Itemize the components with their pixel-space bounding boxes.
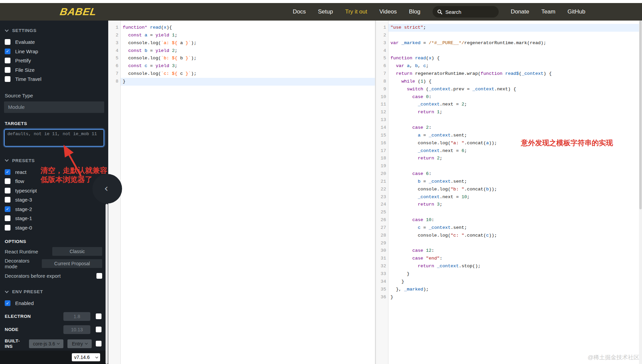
code-line-18[interactable]: return 2; — [388, 155, 639, 162]
code-line-6[interactable]: const c = yield 3; — [121, 62, 375, 70]
preset-checkbox-stage-0[interactable] — [5, 225, 10, 231]
code-line-10[interactable]: case 0: — [388, 93, 639, 101]
code-line-3[interactable]: console.log(`a: ${ a }`); — [121, 39, 375, 47]
code-line-34[interactable]: } — [388, 278, 639, 286]
nav-link-donate[interactable]: Donate — [511, 8, 529, 15]
setting-row-time-travel[interactable]: Time Travel — [4, 74, 104, 84]
nav-link-videos[interactable]: Videos — [379, 8, 397, 15]
setting-checkbox-line-wrap[interactable]: ✓ — [5, 49, 10, 54]
decorators-mode-select[interactable]: Current Proposal — [42, 259, 102, 268]
code-line-26[interactable]: case 10: — [388, 216, 639, 224]
code-line-13[interactable] — [388, 116, 639, 124]
setting-row-file-size[interactable]: File Size — [4, 65, 104, 75]
builtins-checkbox[interactable] — [96, 341, 101, 346]
search-input[interactable] — [445, 9, 489, 15]
nav-link-docs[interactable]: Docs — [293, 8, 306, 15]
nav-search[interactable] — [433, 6, 499, 18]
code-line-20[interactable]: case 6: — [388, 170, 639, 178]
setting-checkbox-time-travel[interactable] — [5, 76, 10, 82]
preset-row-stage-1[interactable]: stage-1 — [4, 214, 104, 223]
setting-row-prettify[interactable]: Prettify — [4, 56, 104, 65]
preset-checkbox-stage-2[interactable]: ✓ — [5, 206, 10, 212]
code-line-32[interactable]: return _context.stop(); — [388, 263, 639, 270]
nav-link-blog[interactable]: Blog — [409, 8, 420, 15]
node-row: NODE 10.13 — [4, 325, 104, 334]
code-line-7[interactable]: console.log(`c: ${ c }`); — [121, 70, 375, 78]
page-scrollbar[interactable] — [639, 21, 642, 364]
code-line-35[interactable]: }, _marked); — [388, 286, 639, 294]
code-line-5[interactable]: function read(x) { — [388, 55, 639, 62]
babel-version-select[interactable]: v7.14.6 — [72, 353, 100, 361]
nav-link-team[interactable]: Team — [542, 8, 556, 15]
code-line-28[interactable]: console.log("c: ".concat(c)); — [388, 232, 639, 240]
electron-version-input[interactable]: 1.8 — [63, 312, 90, 321]
code-line-36[interactable]: } — [388, 294, 639, 301]
preset-row-stage-2[interactable]: ✓stage-2 — [4, 205, 104, 214]
preset-checkbox-typescript[interactable] — [5, 188, 10, 193]
node-checkbox[interactable] — [96, 327, 101, 332]
code-line-21[interactable]: b = _context.sent; — [388, 178, 639, 186]
code-line-9[interactable]: switch (_context.prev = _context.next) { — [388, 86, 639, 93]
code-line-2[interactable]: const a = yield 1; — [121, 32, 375, 39]
source-type-select[interactable]: Module — [4, 101, 104, 113]
code-line-17[interactable]: _context.next = 6; — [388, 147, 639, 155]
code-line-6[interactable]: var a, b, c; — [388, 62, 639, 70]
code-line-31[interactable]: case "end": — [388, 255, 639, 263]
electron-checkbox[interactable] — [96, 313, 101, 319]
code-line-11[interactable]: _context.next = 2; — [388, 101, 639, 109]
preset-row-stage-0[interactable]: stage-0 — [4, 223, 104, 233]
code-line-3[interactable]: var _marked = /*#__PURE__*/regeneratorRu… — [388, 39, 639, 47]
env-checkbox-enabled[interactable]: ✓ — [5, 300, 10, 306]
setting-row-line-wrap[interactable]: ✓Line Wrap — [4, 47, 104, 56]
settings-section-header[interactable]: SETTINGS — [5, 28, 104, 33]
code-line-14[interactable]: case 2: — [388, 124, 639, 132]
preset-checkbox-react[interactable]: ✓ — [5, 169, 10, 175]
code-line-4[interactable]: const b = yield 2; — [121, 47, 375, 55]
decorators-before-export-checkbox[interactable] — [96, 273, 102, 279]
code-line-7[interactable]: return regeneratorRuntime.wrap(function … — [388, 70, 639, 78]
code-line-1[interactable]: "use strict"; — [388, 24, 639, 32]
code-line-5[interactable]: console.log(`b: ${ b }`); — [121, 55, 375, 62]
nav-link-github[interactable]: GitHub — [567, 8, 585, 15]
line-number: 12 — [376, 109, 388, 116]
babel-logo[interactable]: BABEL — [59, 6, 97, 18]
setting-checkbox-file-size[interactable] — [5, 67, 10, 73]
code-line-8[interactable]: } — [121, 78, 375, 86]
setting-checkbox-prettify[interactable] — [5, 58, 10, 63]
env-preset-section-header[interactable]: ENV PRESET — [5, 289, 104, 294]
code-line-27[interactable]: c = _context.sent; — [388, 224, 639, 232]
line-number: 6 — [376, 62, 388, 70]
setting-row-evaluate[interactable]: Evaluate — [4, 37, 104, 47]
code-line-29[interactable] — [388, 240, 639, 247]
node-version-input[interactable]: 10.13 — [63, 325, 90, 334]
sidebar-scrollbar[interactable] — [106, 204, 108, 364]
code-line-30[interactable]: case 12: — [388, 247, 639, 255]
code-line-8[interactable]: while (1) { — [388, 78, 639, 86]
code-line-25[interactable] — [388, 209, 639, 216]
react-runtime-select[interactable]: Classic — [52, 247, 102, 256]
code-line-1[interactable]: function* read(x){ — [121, 24, 375, 32]
code-line-19[interactable] — [388, 162, 639, 170]
preset-checkbox-stage-1[interactable] — [5, 215, 10, 221]
code-line-12[interactable]: return 1; — [388, 109, 639, 116]
builtins-corejs-select[interactable]: core-js 3.6 — [29, 339, 63, 348]
code-line-23[interactable]: _context.next = 10; — [388, 193, 639, 201]
output-editor-code[interactable]: "use strict";var _marked = /*#__PURE__*/… — [388, 21, 639, 364]
preset-row-typescript[interactable]: typescript — [4, 186, 104, 195]
preset-row-stage-3[interactable]: stage-3 — [4, 195, 104, 205]
code-line-22[interactable]: console.log("b: ".concat(b)); — [388, 186, 639, 193]
preset-checkbox-flow[interactable] — [5, 178, 10, 184]
sidebar-collapse-button[interactable]: ‹ — [92, 174, 122, 204]
env-row-enabled[interactable]: ✓Enabled — [4, 299, 104, 308]
nav-link-try-it-out[interactable]: Try it out — [345, 8, 367, 15]
builtins-entry-select[interactable]: Entry — [67, 339, 92, 348]
code-line-2[interactable] — [388, 32, 639, 39]
source-editor-code[interactable]: function* read(x){ const a = yield 1; co… — [121, 21, 375, 364]
code-line-33[interactable]: } — [388, 270, 639, 278]
code-line-24[interactable]: return 3; — [388, 201, 639, 209]
code-line-4[interactable] — [388, 47, 639, 55]
nav-link-setup[interactable]: Setup — [318, 8, 333, 15]
options-header: OPTIONS — [5, 239, 104, 244]
setting-checkbox-evaluate[interactable] — [5, 39, 10, 45]
preset-checkbox-stage-3[interactable] — [5, 197, 10, 203]
